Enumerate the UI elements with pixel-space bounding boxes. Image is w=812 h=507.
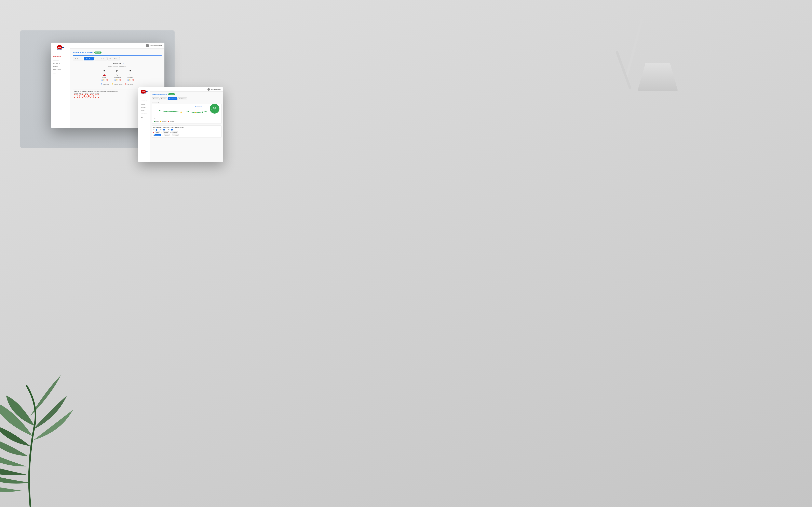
tablet-sidebar-nav: DASHBOARD POLICIES PAYMENTS CLAIMS DOCUM… [138, 98, 150, 120]
header-divider [73, 55, 162, 56]
tablet-tab-daily-trips[interactable]: Daily Trips [160, 97, 167, 100]
braking-dots: 0 0 2 [101, 79, 108, 81]
tablet-user-name: Mack Hemmingsworth [211, 89, 221, 90]
score-number: 95 [213, 107, 216, 110]
factor-tag-parking-lot[interactable]: Parking Lot [172, 134, 179, 136]
braking-dot-high: 2 [106, 79, 108, 81]
tablet-content-header: Mack Hemmingsworth [150, 87, 223, 92]
when-label: When [160, 129, 163, 130]
accelerating-icon: ↻ [114, 73, 121, 76]
tab-driving-results[interactable]: Driving Results [94, 57, 107, 60]
accelerating-icon-small: ↻ [153, 135, 154, 136]
factors-title: FACTORS THAT DETERMINE YOUR OVERALL SCOR… [153, 127, 220, 128]
accel-dot-high: 6 [119, 79, 121, 81]
events-grid: 2 🚗 Braking 0 0 2 [73, 69, 162, 81]
cornering-number: 2 [127, 69, 134, 73]
tablet-tab-dashboard[interactable]: Dashboard [152, 97, 160, 100]
car-header: 2006 HONDA ACCORD Connected [73, 52, 162, 54]
week-label-7: WEEK 4/14 [189, 106, 195, 107]
factor-tag-accelerating[interactable]: Accelerating [154, 134, 161, 136]
braking-label: Braking [101, 77, 108, 78]
factor-tag-weekend[interactable]: Weekend [164, 134, 170, 136]
tablet-nav-documents[interactable]: DOCUMENTS [138, 112, 150, 116]
trip-time-3: 2:20 PM [84, 93, 89, 94]
event-braking: 2 🚗 Braking 0 0 2 [101, 69, 108, 81]
svg-text:Good: Good [154, 109, 156, 110]
tablet-nav-policies[interactable]: POLICIES [138, 103, 150, 106]
week-label-9: WEEK 4/28 [202, 106, 208, 107]
event-cornering: 2 ↩ Cornering 0 0 2 [127, 69, 134, 81]
braking-dot-mod: 0 [103, 79, 105, 81]
factor-tag-intersection[interactable]: Intersection [171, 131, 179, 133]
tab-dashboard[interactable]: Dashboard [73, 57, 83, 60]
how-info-icon: i [156, 129, 157, 130]
trip-time-1: 1:58 PM [74, 93, 78, 94]
legend-dot-onyourway [160, 121, 161, 122]
tablet-tab-driving-results[interactable]: Driving Results [168, 97, 177, 100]
tablet-nav-dashboard[interactable]: DASHBOARD [138, 99, 150, 103]
factor-parking-lot: P Parking Lot [171, 134, 179, 136]
chart-legend: Excellent On your way Keep trying [154, 121, 220, 122]
aaa-logo: AAA Insurance [51, 43, 70, 54]
factors-section: FACTORS THAT DETERMINE YOUR OVERALL SCOR… [152, 125, 222, 138]
sidebar-item-documents[interactable]: DOCUMENTS [51, 68, 70, 71]
week-label-1: WEEK 3/3 [154, 106, 160, 107]
sidebar-item-payments[interactable]: PAYMENTS [51, 62, 70, 65]
aaa-logo-svg: AAA Insurance [56, 45, 65, 51]
tablet-nav-payments[interactable]: PAYMENTS [138, 106, 150, 109]
week-label-8: WEEK 4/21 [195, 106, 202, 107]
accelerating-number: 21 [114, 69, 121, 73]
score-label: Accelerating Score [211, 110, 218, 111]
tablet-tab-weekly-details[interactable]: Weekly Details [177, 97, 187, 100]
week-label-6: WEEK 4/7 [184, 106, 189, 107]
car-title: 2006 HONDA ACCORD [73, 52, 93, 54]
intersection-icon: + [170, 132, 171, 133]
where-label: Where [168, 129, 171, 130]
legend-excellent: Excellent [154, 121, 159, 122]
sidebar-item-policies[interactable]: POLICIES [51, 58, 70, 62]
factor-weekend: 📅 Weekend [162, 134, 170, 136]
braking-dot-low: 0 [101, 79, 103, 81]
svg-point-13 [195, 112, 196, 113]
chart-area: WEEK 3/3 WEEK 3/10 WEEK 3/17 WEEK 3/24 W… [152, 104, 222, 124]
sidebar-navigation: DASHBOARD POLICIES PAYMENTS CLAIMS DOCUM… [51, 54, 70, 76]
content-header: Mack Hemmingsworth [70, 43, 164, 49]
weekend-icon: 📅 [162, 135, 163, 136]
tablet-divider [152, 96, 222, 96]
factor-braking: 🚗 Braking [153, 131, 160, 133]
lamp-decoration [609, 16, 690, 118]
factor-tag-braking[interactable]: Braking [155, 131, 160, 133]
factor-late-night: 🌙 Late Night [161, 131, 169, 133]
tablet-nav-claims[interactable]: CLAIMS [138, 109, 150, 112]
tablet-tab-bar: Dashboard Daily Trips Driving Results We… [152, 97, 222, 100]
score-badge: 95 Accelerating Score [210, 104, 219, 114]
sidebar-item-dashboard[interactable]: DASHBOARD [51, 55, 70, 58]
factor-tag-late-night[interactable]: Late Night [163, 131, 169, 133]
sidebar-item-help[interactable]: HELP [51, 71, 70, 75]
trip-event-2: ! [79, 94, 84, 98]
tab-daily-trips[interactable]: Daily Trips [84, 57, 94, 60]
tablet-sidebar: AAA Insurance DASHBOARD POLICIES PAYMENT… [138, 87, 150, 162]
svg-text:Insurance: Insurance [141, 93, 146, 94]
svg-text:Poor: Poor [154, 118, 155, 119]
legend-on-your-way: On your way [160, 121, 166, 122]
factors-categories: How i When i Where i [153, 129, 220, 130]
svg-text:AAA: AAA [58, 46, 61, 48]
week-prev-arrow[interactable]: ‹ [111, 63, 111, 65]
corner-dot-mod: 0 [129, 79, 131, 81]
week-next-arrow[interactable]: › [123, 63, 124, 65]
corner-dot-high: 2 [132, 79, 134, 81]
severity-legend: Low severity Moderate severity High seve… [73, 83, 162, 85]
sidebar-item-claims[interactable]: CLAIMS [51, 65, 70, 68]
week-label-3: WEEK 3/17 [166, 106, 171, 107]
tab-weekly-details[interactable]: Weekly Details [107, 57, 120, 60]
late-night-icon: 🌙 [161, 132, 162, 133]
legend-dot-high [125, 83, 126, 85]
trip-event-5: ! [95, 94, 99, 98]
tablet-main-content: Mack Hemmingsworth 2002 HONDA ACCORD Con… [150, 87, 223, 162]
tablet-nav-help[interactable]: HELP [138, 116, 150, 119]
tablet-device: AAA Insurance DASHBOARD POLICIES PAYMENT… [138, 87, 223, 162]
lamp-arm1 [625, 18, 643, 77]
factors-row-1: 🚗 Braking 🌙 Late Night + Intersection [153, 131, 220, 133]
trip-event-3: ! [84, 94, 89, 98]
